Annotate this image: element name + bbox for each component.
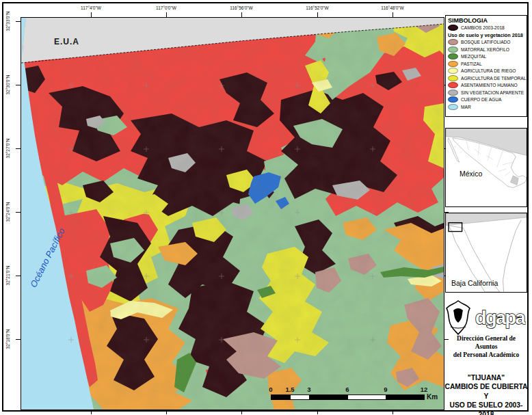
tick-mark <box>91 12 92 17</box>
legend-item-label: AGRICULTURA DE RIEGO <box>461 68 516 73</box>
scale-tick-label: 12 <box>421 386 428 393</box>
tick-mark <box>91 410 92 414</box>
tick-mark <box>317 410 318 414</box>
credits-block: dgapa Dirección General de Asuntos del P… <box>445 299 527 360</box>
legend-swatch <box>448 104 458 110</box>
usa-label: E.U.A <box>54 37 79 46</box>
legend-item: SIN VEGETACION APARENTE <box>448 89 524 96</box>
legend-item-label: CAMBIOS 2003-2018 <box>461 25 505 30</box>
legend-item: AGRICULTURA DE TEMPORAL <box>448 75 524 82</box>
legend-item-label: AGRICULTURA DE TEMPORAL <box>461 76 526 81</box>
legend-item-label: MEZQUITAL <box>461 54 486 59</box>
tick-mark <box>393 12 393 17</box>
scale-tick-label: 9 <box>384 386 387 393</box>
legend-swatch <box>448 96 458 103</box>
mexico-inset-label: México <box>460 170 482 178</box>
latitude-label: 32°21'0"N <box>5 266 10 286</box>
tick-mark <box>317 12 318 17</box>
legend-item-label: CUERPO DE AGUA <box>461 97 501 102</box>
legend-item-label: MATORRAL XERÓFILO <box>461 47 509 52</box>
dgapa-logo: dgapa <box>475 308 526 328</box>
longitude-label: 116°48'0"W <box>381 5 404 10</box>
legend-item-label: MAR <box>461 105 471 109</box>
map-title-line2: CAMBIOS DE CUBIERTA Y <box>443 382 529 401</box>
legend-item-label: ASENTAMIENTO HUMANO <box>461 83 518 88</box>
tick-mark <box>16 276 21 276</box>
legend-swatch <box>448 25 458 31</box>
latitude-label: 32°18'0"N <box>5 330 10 349</box>
tick-mark <box>16 339 21 340</box>
latitude-label: 32°30'0"N <box>5 75 10 95</box>
mexico-inset-canvas <box>446 129 527 206</box>
tick-mark <box>166 12 167 17</box>
legend-swatch <box>448 46 458 53</box>
logos: dgapa <box>445 299 526 335</box>
legend-swatch <box>448 68 458 74</box>
legend-item: MAR <box>448 103 524 111</box>
longitude-label: 117°4'0"W <box>81 5 101 10</box>
main-map: E.U.A Océano Pacífico 0 1.5 3 6 9 12 Km <box>21 17 444 410</box>
legend-item-label: PASTIZAL <box>461 62 482 66</box>
legend-swatch <box>448 53 458 59</box>
longitude-label: 117°0'0"W <box>156 5 176 10</box>
legend-subheader: Uso de suelo y vegetación 2018 <box>448 32 524 38</box>
legend-swatch <box>448 82 458 88</box>
legend-item: BOSQUE LATIFOLIADO <box>448 39 524 46</box>
legend-panel: SIMBOLOGIA CAMBIOS 2003-2018 Uso de suel… <box>445 15 527 117</box>
legend-item: MATORRAL XERÓFILO <box>448 46 524 53</box>
scale-tick-label: 0 <box>269 386 272 393</box>
map-title-line1: "TIJUANA" <box>443 373 529 382</box>
org-name-line1: Dirección General de Asuntos <box>445 335 527 351</box>
legend-item-label: SIN VEGETACION APARENTE <box>461 90 524 95</box>
tick-mark <box>241 410 242 414</box>
unam-crest-logo <box>447 301 470 334</box>
tick-mark <box>166 410 167 414</box>
scale-bar: 0 1.5 3 6 9 12 Km <box>267 386 445 403</box>
legend-item: ASENTAMIENTO HUMANO <box>448 82 524 90</box>
tick-mark <box>16 85 21 85</box>
legend-swatch <box>448 61 458 67</box>
longitude-label: 116°56'0"W <box>230 5 253 10</box>
scale-unit-label: Km <box>427 393 438 401</box>
legend-title: SIMBOLOGIA <box>448 17 524 24</box>
mexico-inset-map <box>445 128 527 207</box>
legend-swatch <box>448 90 458 96</box>
longitude-label: 116°52'0"W <box>306 5 329 10</box>
scale-tick-label: 1.5 <box>285 386 294 393</box>
hillshade-texture <box>21 18 444 410</box>
legend-item: PASTIZAL <box>448 60 524 68</box>
svg-text:dgapa: dgapa <box>475 308 526 328</box>
latitude-label: 32°24'0"N <box>5 202 10 222</box>
tick-mark <box>16 212 21 213</box>
tick-mark <box>16 148 21 149</box>
map-canvas <box>21 18 444 410</box>
legend-item: CAMBIOS 2003-2018 <box>448 24 524 31</box>
tick-mark <box>241 12 242 17</box>
map-title-block: "TIJUANA" CAMBIOS DE CUBIERTA Y USO DE S… <box>443 373 529 415</box>
baja-inset-label: Baja California <box>451 279 498 287</box>
legend-item: MEZQUITAL <box>448 53 524 61</box>
legend-swatch <box>448 39 458 45</box>
org-name-line2: del Personal Académico <box>445 351 527 360</box>
legend-swatch <box>448 75 458 81</box>
scale-tick-label: 6 <box>345 386 349 393</box>
legend-item: AGRICULTURA DE RIEGO <box>448 68 524 75</box>
scale-tick-label: 3 <box>307 386 310 393</box>
scale-bar-segments <box>271 394 425 400</box>
latitude-label: 32°33'0"N <box>5 12 10 31</box>
map-layout-page: E.U.A Océano Pacífico 0 1.5 3 6 9 12 Km … <box>0 0 532 415</box>
tick-mark <box>16 21 21 22</box>
legend-item: CUERPO DE AGUA <box>448 96 524 104</box>
latitude-label: 32°27'0"N <box>5 139 10 159</box>
map-title-line3: USO DE SUELO 2003-2018 <box>443 401 529 415</box>
legend-item-label: BOSQUE LATIFOLIADO <box>461 40 510 44</box>
tick-mark <box>393 410 393 414</box>
